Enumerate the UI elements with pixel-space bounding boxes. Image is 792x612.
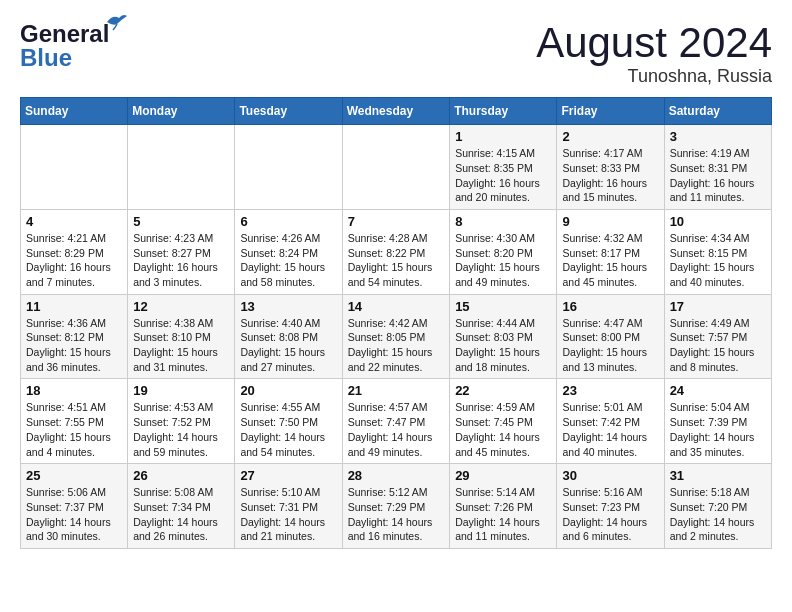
month-title: August 2024 bbox=[536, 20, 772, 66]
calendar-cell: 15Sunrise: 4:44 AMSunset: 8:03 PMDayligh… bbox=[450, 294, 557, 379]
day-info: Sunrise: 4:19 AMSunset: 8:31 PMDaylight:… bbox=[670, 146, 766, 205]
week-row-5: 25Sunrise: 5:06 AMSunset: 7:37 PMDayligh… bbox=[21, 464, 772, 549]
day-number: 31 bbox=[670, 468, 766, 483]
calendar-cell: 9Sunrise: 4:32 AMSunset: 8:17 PMDaylight… bbox=[557, 209, 664, 294]
day-number: 26 bbox=[133, 468, 229, 483]
day-info: Sunrise: 5:06 AMSunset: 7:37 PMDaylight:… bbox=[26, 485, 122, 544]
day-number: 2 bbox=[562, 129, 658, 144]
day-number: 23 bbox=[562, 383, 658, 398]
day-number: 18 bbox=[26, 383, 122, 398]
logo-general: General bbox=[20, 20, 109, 47]
calendar-cell bbox=[235, 125, 342, 210]
calendar-cell: 5Sunrise: 4:23 AMSunset: 8:27 PMDaylight… bbox=[128, 209, 235, 294]
calendar-cell: 3Sunrise: 4:19 AMSunset: 8:31 PMDaylight… bbox=[664, 125, 771, 210]
calendar-cell: 19Sunrise: 4:53 AMSunset: 7:52 PMDayligh… bbox=[128, 379, 235, 464]
calendar-cell: 26Sunrise: 5:08 AMSunset: 7:34 PMDayligh… bbox=[128, 464, 235, 549]
calendar-cell: 13Sunrise: 4:40 AMSunset: 8:08 PMDayligh… bbox=[235, 294, 342, 379]
day-info: Sunrise: 5:04 AMSunset: 7:39 PMDaylight:… bbox=[670, 400, 766, 459]
calendar-cell: 29Sunrise: 5:14 AMSunset: 7:26 PMDayligh… bbox=[450, 464, 557, 549]
calendar-cell: 4Sunrise: 4:21 AMSunset: 8:29 PMDaylight… bbox=[21, 209, 128, 294]
week-row-4: 18Sunrise: 4:51 AMSunset: 7:55 PMDayligh… bbox=[21, 379, 772, 464]
day-info: Sunrise: 4:15 AMSunset: 8:35 PMDaylight:… bbox=[455, 146, 551, 205]
day-number: 27 bbox=[240, 468, 336, 483]
calendar-cell: 16Sunrise: 4:47 AMSunset: 8:00 PMDayligh… bbox=[557, 294, 664, 379]
day-number: 25 bbox=[26, 468, 122, 483]
day-number: 15 bbox=[455, 299, 551, 314]
calendar-cell: 12Sunrise: 4:38 AMSunset: 8:10 PMDayligh… bbox=[128, 294, 235, 379]
day-info: Sunrise: 4:53 AMSunset: 7:52 PMDaylight:… bbox=[133, 400, 229, 459]
weekday-wednesday: Wednesday bbox=[342, 98, 450, 125]
day-info: Sunrise: 4:26 AMSunset: 8:24 PMDaylight:… bbox=[240, 231, 336, 290]
page-header: General Blue August 2024 Tunoshna, Russi… bbox=[20, 20, 772, 87]
day-info: Sunrise: 4:36 AMSunset: 8:12 PMDaylight:… bbox=[26, 316, 122, 375]
day-info: Sunrise: 4:17 AMSunset: 8:33 PMDaylight:… bbox=[562, 146, 658, 205]
day-info: Sunrise: 4:44 AMSunset: 8:03 PMDaylight:… bbox=[455, 316, 551, 375]
day-number: 28 bbox=[348, 468, 445, 483]
day-number: 17 bbox=[670, 299, 766, 314]
week-row-2: 4Sunrise: 4:21 AMSunset: 8:29 PMDaylight… bbox=[21, 209, 772, 294]
day-info: Sunrise: 4:55 AMSunset: 7:50 PMDaylight:… bbox=[240, 400, 336, 459]
calendar-table: SundayMondayTuesdayWednesdayThursdayFrid… bbox=[20, 97, 772, 549]
calendar-cell: 20Sunrise: 4:55 AMSunset: 7:50 PMDayligh… bbox=[235, 379, 342, 464]
weekday-sunday: Sunday bbox=[21, 98, 128, 125]
day-info: Sunrise: 4:42 AMSunset: 8:05 PMDaylight:… bbox=[348, 316, 445, 375]
weekday-monday: Monday bbox=[128, 98, 235, 125]
logo-bird-icon bbox=[105, 12, 127, 32]
calendar-cell bbox=[21, 125, 128, 210]
day-number: 9 bbox=[562, 214, 658, 229]
calendar-cell: 28Sunrise: 5:12 AMSunset: 7:29 PMDayligh… bbox=[342, 464, 450, 549]
day-number: 11 bbox=[26, 299, 122, 314]
weekday-tuesday: Tuesday bbox=[235, 98, 342, 125]
day-info: Sunrise: 4:21 AMSunset: 8:29 PMDaylight:… bbox=[26, 231, 122, 290]
day-info: Sunrise: 5:10 AMSunset: 7:31 PMDaylight:… bbox=[240, 485, 336, 544]
calendar-cell: 27Sunrise: 5:10 AMSunset: 7:31 PMDayligh… bbox=[235, 464, 342, 549]
calendar-cell: 6Sunrise: 4:26 AMSunset: 8:24 PMDaylight… bbox=[235, 209, 342, 294]
day-number: 19 bbox=[133, 383, 229, 398]
calendar-cell: 21Sunrise: 4:57 AMSunset: 7:47 PMDayligh… bbox=[342, 379, 450, 464]
calendar-body: 1Sunrise: 4:15 AMSunset: 8:35 PMDaylight… bbox=[21, 125, 772, 549]
day-info: Sunrise: 5:12 AMSunset: 7:29 PMDaylight:… bbox=[348, 485, 445, 544]
day-number: 5 bbox=[133, 214, 229, 229]
calendar-cell: 30Sunrise: 5:16 AMSunset: 7:23 PMDayligh… bbox=[557, 464, 664, 549]
day-info: Sunrise: 4:47 AMSunset: 8:00 PMDaylight:… bbox=[562, 316, 658, 375]
day-info: Sunrise: 4:32 AMSunset: 8:17 PMDaylight:… bbox=[562, 231, 658, 290]
day-number: 29 bbox=[455, 468, 551, 483]
weekday-friday: Friday bbox=[557, 98, 664, 125]
calendar-cell: 11Sunrise: 4:36 AMSunset: 8:12 PMDayligh… bbox=[21, 294, 128, 379]
day-info: Sunrise: 4:34 AMSunset: 8:15 PMDaylight:… bbox=[670, 231, 766, 290]
day-number: 13 bbox=[240, 299, 336, 314]
day-number: 24 bbox=[670, 383, 766, 398]
day-info: Sunrise: 5:16 AMSunset: 7:23 PMDaylight:… bbox=[562, 485, 658, 544]
calendar-cell: 31Sunrise: 5:18 AMSunset: 7:20 PMDayligh… bbox=[664, 464, 771, 549]
weekday-thursday: Thursday bbox=[450, 98, 557, 125]
day-info: Sunrise: 5:01 AMSunset: 7:42 PMDaylight:… bbox=[562, 400, 658, 459]
day-number: 4 bbox=[26, 214, 122, 229]
day-info: Sunrise: 4:59 AMSunset: 7:45 PMDaylight:… bbox=[455, 400, 551, 459]
day-info: Sunrise: 4:49 AMSunset: 7:57 PMDaylight:… bbox=[670, 316, 766, 375]
location: Tunoshna, Russia bbox=[536, 66, 772, 87]
day-info: Sunrise: 4:40 AMSunset: 8:08 PMDaylight:… bbox=[240, 316, 336, 375]
calendar-cell bbox=[342, 125, 450, 210]
calendar-cell: 18Sunrise: 4:51 AMSunset: 7:55 PMDayligh… bbox=[21, 379, 128, 464]
day-info: Sunrise: 4:28 AMSunset: 8:22 PMDaylight:… bbox=[348, 231, 445, 290]
day-number: 21 bbox=[348, 383, 445, 398]
day-info: Sunrise: 4:23 AMSunset: 8:27 PMDaylight:… bbox=[133, 231, 229, 290]
day-number: 22 bbox=[455, 383, 551, 398]
calendar-cell: 7Sunrise: 4:28 AMSunset: 8:22 PMDaylight… bbox=[342, 209, 450, 294]
weekday-header-row: SundayMondayTuesdayWednesdayThursdayFrid… bbox=[21, 98, 772, 125]
week-row-1: 1Sunrise: 4:15 AMSunset: 8:35 PMDaylight… bbox=[21, 125, 772, 210]
title-block: August 2024 Tunoshna, Russia bbox=[536, 20, 772, 87]
weekday-saturday: Saturday bbox=[664, 98, 771, 125]
calendar-cell: 22Sunrise: 4:59 AMSunset: 7:45 PMDayligh… bbox=[450, 379, 557, 464]
day-number: 16 bbox=[562, 299, 658, 314]
calendar-cell: 24Sunrise: 5:04 AMSunset: 7:39 PMDayligh… bbox=[664, 379, 771, 464]
calendar-cell: 14Sunrise: 4:42 AMSunset: 8:05 PMDayligh… bbox=[342, 294, 450, 379]
day-info: Sunrise: 5:18 AMSunset: 7:20 PMDaylight:… bbox=[670, 485, 766, 544]
day-number: 3 bbox=[670, 129, 766, 144]
calendar-cell: 1Sunrise: 4:15 AMSunset: 8:35 PMDaylight… bbox=[450, 125, 557, 210]
day-number: 8 bbox=[455, 214, 551, 229]
day-info: Sunrise: 4:51 AMSunset: 7:55 PMDaylight:… bbox=[26, 400, 122, 459]
day-info: Sunrise: 5:08 AMSunset: 7:34 PMDaylight:… bbox=[133, 485, 229, 544]
calendar-cell: 25Sunrise: 5:06 AMSunset: 7:37 PMDayligh… bbox=[21, 464, 128, 549]
day-number: 30 bbox=[562, 468, 658, 483]
